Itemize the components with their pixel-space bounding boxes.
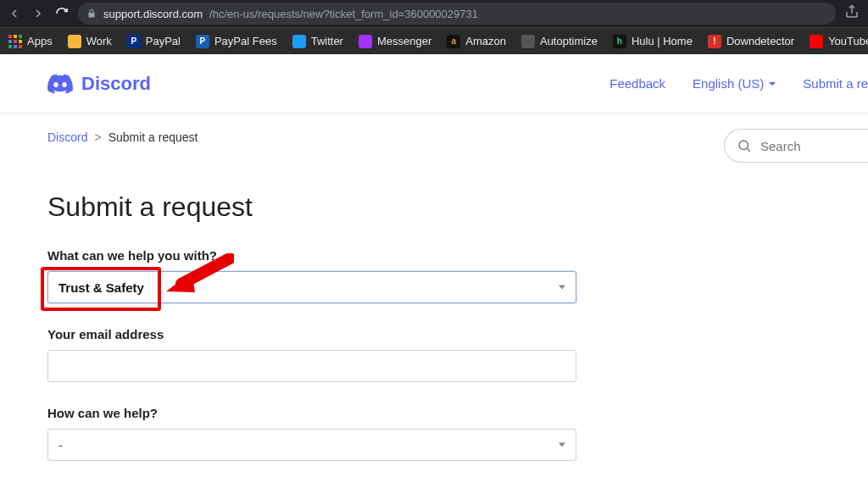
breadcrumb-sep: > [94,130,101,144]
url-host: support.discord.com [103,8,203,20]
bookmark-label: Apps [27,35,53,47]
breadcrumb-current: Submit a request [108,130,198,144]
brand-logo[interactable]: Discord [47,73,151,95]
bookmark-label: PayPal [146,35,181,47]
bookmark-item[interactable]: Twitter [292,35,343,48]
breadcrumb: Discord > Submit a request [47,130,724,144]
bookmark-item[interactable]: aAmazon [447,35,506,48]
label-email: Your email address [47,327,576,341]
select-help-topic[interactable]: Trust & Safety [47,271,576,303]
nav-language-label: English (US) [693,76,764,91]
bookmark-label: Hulu | Home [632,35,693,47]
input-email[interactable] [47,350,576,382]
bookmark-item[interactable]: YouTube [810,35,868,48]
forward-button[interactable] [31,6,46,21]
back-button[interactable] [7,6,22,21]
bookmark-item[interactable]: Autoptimize [521,35,598,48]
search-box[interactable] [724,129,868,163]
bookmark-item[interactable]: Messenger [359,35,431,48]
bookmark-item[interactable]: hHulu | Home [613,35,693,48]
bookmark-favicon [810,35,823,48]
bookmark-label: Twitter [311,35,343,47]
bookmark-label: Autoptimize [540,35,598,47]
field-how-help: How can we help? - [47,406,576,461]
bookmark-label: Messenger [377,35,431,47]
field-email: Your email address [47,327,576,382]
reload-button[interactable] [54,6,70,21]
svg-point-2 [739,141,748,150]
request-form: What can we help you with? Trust & Safet… [47,248,576,461]
bookmark-favicon [359,35,372,48]
search-input[interactable] [760,139,845,153]
share-icon[interactable] [844,4,861,23]
nav-submit-request[interactable]: Submit a re [803,76,868,91]
omnibox[interactable]: support.discord.com/hc/en-us/requests/ne… [78,3,836,25]
bookmark-apps[interactable]: Apps [8,35,53,48]
label-how-help: How can we help? [47,406,576,420]
chevron-down-icon [559,443,565,447]
select-help-topic-value: Trust & Safety [58,280,144,295]
page: Discord Feedback English (US) Submit a r… [0,54,868,488]
bookmark-favicon: h [613,35,626,48]
bookmark-label: Amazon [465,35,506,47]
discord-logo-icon [47,74,73,94]
bookmark-item[interactable]: PPayPal Fees [196,35,277,48]
bookmark-label: Downdetector [726,35,794,47]
svg-line-3 [747,148,749,151]
browser-chrome: support.discord.com/hc/en-us/requests/ne… [0,0,868,54]
bookmark-favicon: P [196,35,209,48]
bookmark-favicon: ! [708,35,721,48]
bookmark-favicon [68,35,81,48]
bookmark-label: Work [86,35,112,47]
apps-grid-icon [8,35,22,48]
page-title: Submit a request [47,191,724,223]
label-help-topic: What can we help you with? [47,248,576,263]
bookmark-item[interactable]: !Downdetector [708,35,794,48]
url-path: /hc/en-us/requests/new?ticket_form_id=36… [209,8,478,20]
select-how-help[interactable]: - [47,429,576,461]
address-bar: support.discord.com/hc/en-us/requests/ne… [0,0,868,27]
lock-icon [86,8,97,19]
bookmark-label: YouTube [828,35,868,47]
main-content: Discord > Submit a request Submit a requ… [0,114,724,485]
select-how-help-value: - [58,438,63,452]
chevron-down-icon [559,286,565,290]
field-help-topic: What can we help you with? Trust & Safet… [47,248,576,303]
chevron-down-icon [769,82,776,86]
bookmark-favicon: a [447,35,460,48]
bookmark-favicon: P [127,35,141,48]
nav-language[interactable]: English (US) [693,76,776,91]
bookmarks-bar: Apps WorkPPayPalPPayPal FeesTwitterMesse… [0,27,868,54]
search-icon [737,138,752,153]
bookmark-favicon [521,35,535,48]
breadcrumb-root[interactable]: Discord [47,130,87,144]
bookmark-item[interactable]: Work [68,35,112,48]
brand-text: Discord [81,73,151,95]
bookmark-label: PayPal Fees [214,35,277,47]
nav-feedback[interactable]: Feedback [609,76,665,91]
search-area [724,129,868,485]
bookmark-favicon [292,35,306,48]
bookmark-item[interactable]: PPayPal [127,35,181,48]
top-nav: Discord Feedback English (US) Submit a r… [0,54,868,114]
